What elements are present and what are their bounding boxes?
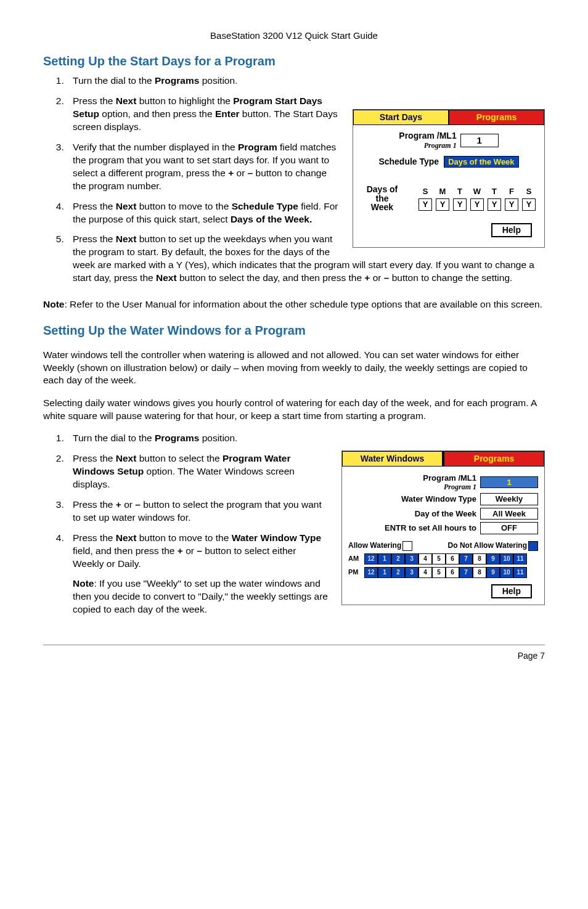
hour-cell[interactable]: 5: [432, 567, 446, 578]
fig2-pm-row: PM 121234567891011: [348, 567, 538, 578]
hour-cell[interactable]: 8: [473, 553, 486, 565]
section2-title: Setting Up the Water Windows for a Progr…: [43, 322, 545, 339]
fig2-wwtype-label: Water Window Type: [401, 494, 476, 505]
fig1-daycell[interactable]: Y: [470, 198, 484, 211]
fig2-program-label: Program /ML1: [423, 473, 476, 483]
fig1-program-num[interactable]: 1: [460, 134, 499, 147]
fig1-daycell[interactable]: Y: [505, 198, 518, 211]
figure-start-days: Start Days Programs Program /ML1 Program…: [353, 109, 545, 248]
fig1-help-button[interactable]: Help: [491, 223, 532, 237]
fig2-legend-allow: Allow Watering: [348, 541, 401, 550]
hour-cell[interactable]: 9: [486, 567, 500, 578]
fig2-wwtype-value[interactable]: Weekly: [480, 493, 538, 505]
hour-cell[interactable]: 3: [405, 553, 419, 565]
fig2-program-num[interactable]: 1: [480, 476, 538, 489]
fig2-am-row: AM 121234567891011: [348, 553, 538, 565]
legend-allow-icon: [402, 541, 412, 551]
page-number: Page 7: [43, 650, 545, 662]
fig1-dayhead: S: [521, 186, 537, 197]
fig2-help-button[interactable]: Help: [491, 584, 532, 598]
fig2-dow-value[interactable]: All Week: [480, 508, 538, 520]
legend-dont-icon: [528, 541, 538, 551]
fig2-legend-dont: Do Not Allow Watering: [448, 541, 527, 550]
fig2-entr-label: ENTR to set All hours to: [385, 523, 476, 534]
figure-water-windows: Water Windows Programs Program /ML1 Prog…: [341, 450, 545, 605]
fig2-entr-value[interactable]: OFF: [480, 522, 538, 534]
section2-intro1: Water windows tell the controller when w…: [43, 349, 545, 388]
hour-cell[interactable]: 4: [419, 553, 432, 565]
fig1-dow-table: S M T W T F S Y Y Y Y: [416, 185, 538, 212]
page-header: BaseStation 3200 V12 Quick Start Guide: [43, 30, 545, 42]
hour-cell[interactable]: 7: [459, 567, 473, 578]
hour-cell[interactable]: 11: [513, 567, 527, 578]
fig2-pm-label: PM: [348, 568, 364, 577]
list-item: Turn the dial to the Programs position.: [67, 75, 545, 88]
hour-cell[interactable]: 9: [486, 553, 500, 565]
fig1-dayhead: S: [417, 186, 433, 197]
hour-cell[interactable]: 6: [446, 567, 459, 578]
fig1-program-label: Program /ML1: [399, 131, 456, 141]
hour-cell[interactable]: 3: [405, 567, 419, 578]
hour-cell[interactable]: 1: [378, 553, 391, 565]
fig1-daycell[interactable]: Y: [522, 198, 536, 211]
fig1-daycell[interactable]: Y: [453, 198, 467, 211]
fig1-schedule-label: Schedule Type: [378, 156, 439, 168]
section1-note: Note: Refer to the User Manual for infor…: [43, 298, 545, 311]
hour-cell[interactable]: 1: [378, 567, 391, 578]
hour-cell[interactable]: 7: [459, 553, 473, 565]
fig1-tab-programs[interactable]: Programs: [449, 110, 544, 125]
hour-cell[interactable]: 4: [419, 567, 432, 578]
fig1-tab-startdays[interactable]: Start Days: [353, 110, 449, 125]
fig1-daycell[interactable]: Y: [419, 198, 432, 211]
fig1-dayhead: T: [486, 186, 502, 197]
hour-cell[interactable]: 2: [391, 567, 405, 578]
hour-cell[interactable]: 5: [432, 553, 446, 565]
hour-cell[interactable]: 6: [446, 553, 459, 565]
fig1-dayhead: W: [469, 186, 485, 197]
fig2-am-label: AM: [348, 554, 364, 563]
fig1-dayhead: T: [452, 186, 468, 197]
hour-cell[interactable]: 10: [500, 553, 513, 565]
fig1-schedule-value[interactable]: Days of the Week: [444, 156, 518, 168]
hour-cell[interactable]: 12: [364, 553, 378, 565]
fig2-tab-waterwindows[interactable]: Water Windows: [342, 451, 444, 467]
hour-cell[interactable]: 12: [364, 567, 378, 578]
fig1-daycell[interactable]: Y: [488, 198, 501, 211]
hour-cell[interactable]: 2: [391, 553, 405, 565]
fig2-tab-programs[interactable]: Programs: [444, 451, 544, 467]
section1-title: Setting Up the Start Days for a Program: [43, 53, 545, 70]
fig1-dayhead: F: [504, 186, 520, 197]
fig1-dow-label: Days of theWeek: [359, 185, 405, 212]
list-item: Turn the dial to the Programs position.: [67, 432, 545, 445]
footer-rule: [43, 645, 545, 645]
fig2-program-sub: Program 1: [444, 483, 476, 491]
fig1-dayhead: M: [435, 186, 451, 197]
hour-cell[interactable]: 8: [473, 567, 486, 578]
fig1-daycell[interactable]: Y: [436, 198, 449, 211]
section2-intro2: Selecting daily water windows gives you …: [43, 397, 545, 423]
fig1-program-sub: Program 1: [424, 141, 457, 150]
fig2-dow-label: Day of the Week: [415, 508, 476, 520]
hour-cell[interactable]: 11: [513, 553, 527, 565]
hour-cell[interactable]: 10: [500, 567, 513, 578]
